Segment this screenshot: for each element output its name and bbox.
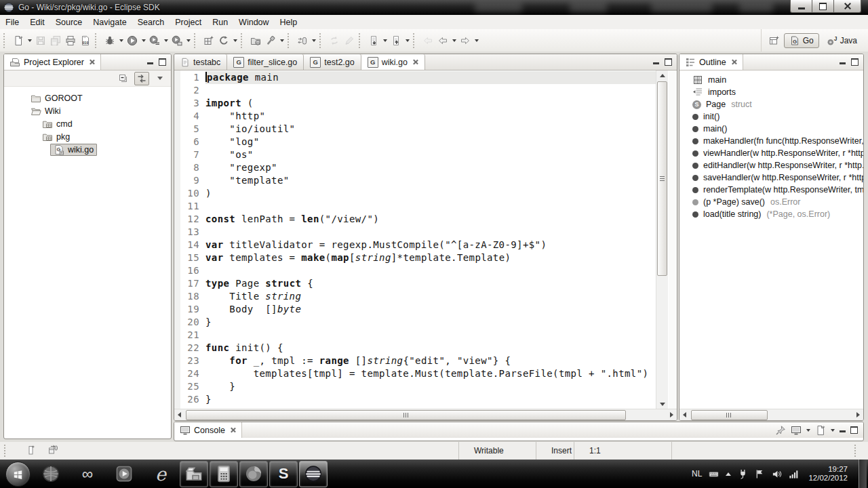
show-desktop-button[interactable] xyxy=(859,460,867,488)
editor-horizontal-scrollbar[interactable] xyxy=(174,409,677,420)
outline-horizontal-scrollbar[interactable] xyxy=(679,409,863,420)
editor-tab-wiki.go[interactable]: Gwiki.go xyxy=(361,54,425,70)
dropdown-icon[interactable] xyxy=(806,429,810,432)
forward-dropdown[interactable] xyxy=(473,33,480,48)
menu-project[interactable]: Project xyxy=(170,16,207,28)
open-perspective-button[interactable] xyxy=(767,33,782,48)
taskbar-media-player[interactable] xyxy=(111,462,138,487)
open-resource-button[interactable] xyxy=(248,33,263,48)
editor-tab-filter_slice.go[interactable]: Gfilter_slice.go xyxy=(227,54,304,70)
taskbar-skype[interactable]: S xyxy=(269,461,298,487)
scroll-down-button[interactable] xyxy=(656,399,668,409)
scroll-left-button[interactable] xyxy=(174,409,184,420)
link-with-editor-button[interactable] xyxy=(134,72,149,85)
new-project-button[interactable] xyxy=(201,33,216,48)
external-tools-button[interactable] xyxy=(295,33,310,48)
menu-search[interactable]: Search xyxy=(132,16,170,28)
outline-item-renderTemplate-w-http-ResponseWriter-tmp[interactable]: renderTemplate(w http.ResponseWriter, tm… xyxy=(679,184,863,196)
horizontal-scroll-track[interactable] xyxy=(690,409,853,420)
maximize-view-button[interactable] xyxy=(851,58,859,66)
menu-file[interactable]: File xyxy=(0,16,24,28)
language-indicator[interactable]: NL xyxy=(692,469,702,479)
outline-item-p-Page-save[interactable]: (p *Page) save()os.Error xyxy=(679,196,863,208)
outline-item-imports[interactable]: imports xyxy=(679,86,863,98)
tree-item-cmd[interactable]: cmd xyxy=(4,117,171,130)
run-history-button[interactable] xyxy=(147,33,162,48)
vertical-scroll-thumb[interactable] xyxy=(657,81,667,276)
print-button[interactable] xyxy=(63,33,78,48)
outline-item-Page[interactable]: SPagestruct xyxy=(679,98,863,110)
menu-run[interactable]: Run xyxy=(207,16,233,28)
outline-item-editHandler-w-http-ResponseWriter-r-http-F[interactable]: editHandler(w http.ResponseWriter, r *ht… xyxy=(679,159,863,171)
tree-item-pkg[interactable]: pkg xyxy=(4,130,171,143)
editor-tab-test2.go[interactable]: Gtest2.go xyxy=(304,54,361,70)
horizontal-scroll-thumb[interactable] xyxy=(691,410,768,420)
minimize-button[interactable] xyxy=(790,0,812,13)
minimize-view-button[interactable] xyxy=(147,62,153,64)
window-titlebar[interactable]: Go - Wiki/src/pkg/wiki.go - Eclipse SDK xyxy=(0,0,868,15)
minimize-editor-button[interactable] xyxy=(653,62,659,64)
close-view-icon[interactable] xyxy=(89,59,95,65)
forward-button[interactable] xyxy=(458,33,473,48)
run-dropdown[interactable] xyxy=(140,33,147,48)
scroll-left-button[interactable] xyxy=(679,409,690,420)
restore-button[interactable] xyxy=(812,0,834,13)
search-dropdown[interactable] xyxy=(278,33,285,48)
outline-item-main[interactable]: main() xyxy=(679,123,863,135)
search-button[interactable] xyxy=(263,33,278,48)
menu-help[interactable]: Help xyxy=(275,16,303,28)
collapse-all-button[interactable] xyxy=(116,72,131,85)
new-button[interactable] xyxy=(11,33,26,48)
start-button[interactable] xyxy=(3,460,33,488)
taskbar-visual-studio[interactable]: ∞ xyxy=(74,462,101,487)
minimize-view-button[interactable] xyxy=(840,62,846,64)
project-explorer-tab[interactable]: Project Explorer xyxy=(4,54,101,70)
minimize-view-button[interactable] xyxy=(840,430,846,432)
tree-item-wiki.go[interactable]: Gwiki.go xyxy=(4,143,171,156)
tree-item-Wiki[interactable]: Wiki xyxy=(4,104,171,117)
prev-annotation-button[interactable] xyxy=(389,33,403,48)
perspective-go-button[interactable]: GGo xyxy=(784,33,819,48)
next-annotation-button[interactable] xyxy=(366,33,381,48)
taskbar-eclipse[interactable] xyxy=(299,461,328,487)
gc-button[interactable] xyxy=(216,33,231,48)
outline-item-makeHandler-fn-func-http-ResponseWriter[interactable]: makeHandler(fn func(http.ResponseWriter, xyxy=(679,135,863,147)
editor-tab-testabc[interactable]: testabc xyxy=(174,54,227,70)
menu-navigate[interactable]: Navigate xyxy=(87,16,132,28)
pin-console-icon[interactable] xyxy=(775,425,786,436)
maximize-view-button[interactable] xyxy=(850,426,858,434)
binary-view-button[interactable]: 010 xyxy=(78,33,93,48)
outline-item-init[interactable]: init() xyxy=(679,110,863,123)
outline-item-load-title-string[interactable]: load(title string)(*Page, os.Error) xyxy=(679,208,863,220)
horizontal-scroll-track[interactable] xyxy=(184,409,667,420)
close-button[interactable] xyxy=(833,0,861,13)
taskbar-firefox[interactable] xyxy=(239,461,268,487)
outline-item-main[interactable]: main xyxy=(679,74,863,86)
menu-window[interactable]: Window xyxy=(233,16,274,28)
debug-button[interactable] xyxy=(102,33,117,48)
close-view-icon[interactable] xyxy=(731,59,737,65)
outline-item-saveHandler-w-http-ResponseWriter-r-http[interactable]: saveHandler(w http.ResponseWriter, r *ht… xyxy=(679,171,863,184)
back-button[interactable] xyxy=(435,33,450,48)
taskbar-calculator[interactable] xyxy=(210,461,238,487)
run-button[interactable] xyxy=(125,33,140,48)
scroll-right-button[interactable] xyxy=(667,409,677,420)
menu-edit[interactable]: Edit xyxy=(24,16,50,28)
run-history-dropdown[interactable] xyxy=(162,33,170,48)
code-editor[interactable]: 1package main23import (4 "http"5 "io/iou… xyxy=(180,70,656,409)
maximize-editor-button[interactable] xyxy=(665,58,672,66)
console-tab[interactable]: Console xyxy=(174,422,242,438)
external-tools-dropdown[interactable] xyxy=(310,33,317,48)
run-config-dropdown[interactable] xyxy=(184,33,192,48)
clock[interactable]: 19:2712/02/2012 xyxy=(806,465,848,483)
horizontal-scroll-thumb[interactable] xyxy=(186,410,626,420)
view-menu-button[interactable] xyxy=(153,72,167,85)
tree-item-GOROOT[interactable]: GOROOT xyxy=(4,92,171,104)
menu-source[interactable]: Source xyxy=(50,16,88,28)
fast-view-icon[interactable] xyxy=(26,445,37,455)
close-tab-icon[interactable] xyxy=(412,59,418,65)
outline-item-viewHandler-w-http-ResponseWriter-r-http[interactable]: viewHandler(w http.ResponseWriter, r *ht… xyxy=(679,147,863,159)
prev-annotation-dropdown[interactable] xyxy=(403,33,411,48)
perspective-java-button[interactable]: JJava xyxy=(821,33,863,48)
display-console-icon[interactable] xyxy=(791,425,802,436)
